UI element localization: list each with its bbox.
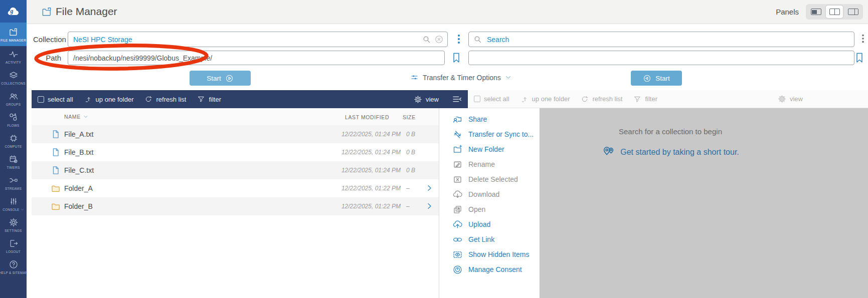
right-panel-toolbar: select all up one folder refresh list fi… (468, 90, 868, 108)
refresh-icon (581, 95, 589, 103)
folder-icon (51, 201, 61, 211)
path-input[interactable] (68, 51, 445, 65)
menu-item-show-hidden-items[interactable]: Show Hidden Items (439, 247, 540, 262)
menu-item-new-folder[interactable]: New Folder (439, 142, 540, 157)
search-collection-input[interactable] (468, 32, 854, 47)
sidebar-item-console[interactable]: CONSOLE (0, 193, 27, 214)
new-folder-icon (452, 144, 463, 155)
eye-icon (452, 249, 463, 260)
gear-icon (778, 95, 786, 103)
gear-icon (9, 217, 19, 227)
sidebar-item-streams[interactable]: STREAMS (0, 172, 27, 193)
chevron-down-icon (505, 74, 511, 81)
right-panel-empty-state: Search for a collection to begin Get sta… (540, 108, 868, 298)
sidebar-item-flows[interactable]: FLOWS (0, 109, 27, 130)
column-size[interactable]: SIZE (403, 114, 416, 120)
left-panel-toolbar: select all up one folder refresh list fi… (32, 90, 468, 108)
dual-panel-button[interactable] (826, 6, 843, 18)
transfer-timer-options[interactable]: Transfer & Timer Options (410, 73, 511, 82)
folder-row[interactable]: Folder_B 12/22/2025, 01:22 PM – (32, 197, 439, 215)
column-name[interactable]: NAME (64, 114, 88, 120)
file-row[interactable]: File_C.txt 12/22/2025, 01:24 PM 0 B (32, 161, 439, 179)
sidebar-item-logout[interactable]: LOGOUT (0, 235, 27, 256)
menu-item-share[interactable]: Share (439, 112, 540, 127)
folder-row[interactable]: Folder_A 12/22/2025, 01:22 PM – (32, 179, 439, 197)
start-transfer-right-button[interactable]: Start (631, 71, 682, 86)
menu-item-rename[interactable]: Rename (439, 157, 540, 172)
checkbox-icon (474, 96, 480, 102)
download-icon (452, 189, 463, 200)
layers-icon (9, 70, 19, 80)
sidebar-item-file-manager[interactable]: FILE MANAGER (0, 23, 27, 46)
collapse-menu-icon[interactable] (452, 94, 462, 104)
globus-logo[interactable] (0, 0, 27, 23)
right-select-all-checkbox[interactable]: select all (474, 95, 509, 103)
up-one-folder-button[interactable]: up one folder (84, 95, 134, 103)
refresh-icon (144, 95, 152, 103)
sliders-icon (9, 196, 19, 206)
globus-cloud-icon (5, 4, 22, 19)
menu-item-get-link[interactable]: Get Link (439, 232, 540, 247)
sidebar-item-settings[interactable]: SETTINGS (0, 214, 27, 235)
single-panel-icon (811, 9, 821, 15)
dual-panel-icon (829, 9, 840, 15)
right-bookmark-icon[interactable] (853, 52, 865, 64)
chevron-right-icon[interactable] (426, 184, 433, 192)
chevron-right-icon[interactable] (426, 202, 433, 210)
panels-button-group (806, 4, 863, 20)
share-icon (452, 114, 463, 125)
collection-options-kebab-icon[interactable] (453, 33, 465, 45)
collection-input[interactable] (68, 32, 448, 47)
refresh-list-button[interactable]: refresh list (144, 95, 186, 103)
transfer-timer-options-label: Transfer & Timer Options (423, 74, 501, 82)
menu-item-transfer-or-sync[interactable]: Transfer or Sync to... (439, 127, 540, 142)
menu-item-delete-selected[interactable]: Delete Selected (439, 172, 540, 187)
right-refresh-list-button[interactable]: refresh list (581, 95, 622, 103)
sidebar-item-collections[interactable]: COLLECTIONS (0, 67, 27, 88)
chevron-down-icon (21, 208, 24, 211)
play-circle-icon (225, 74, 234, 83)
start-transfer-left-button[interactable]: Start (190, 71, 251, 86)
right-up-one-folder-button[interactable]: up one folder (520, 95, 570, 103)
file-row[interactable]: File_B.txt 12/22/2025, 01:24 PM 0 B (32, 143, 439, 161)
bookmark-icon[interactable] (450, 52, 462, 64)
menu-item-upload[interactable]: Upload (439, 217, 540, 232)
menu-item-open[interactable]: Open (439, 202, 540, 217)
sidebar-item-activity[interactable]: ACTIVITY (0, 46, 27, 67)
up-arrow-icon (520, 95, 529, 103)
view-button[interactable]: view (414, 95, 439, 104)
file-row[interactable]: File_A.txt 12/22/2025, 01:24 PM 0 B (32, 125, 439, 143)
right-view-button[interactable]: view (778, 95, 803, 103)
tour-link[interactable]: Get started by taking a short tour. (540, 145, 801, 159)
right-collection-options-kebab-icon[interactable] (857, 33, 868, 44)
filter-button[interactable]: filter (197, 95, 221, 103)
actions-menu: Share Transfer or Sync to... New Folder … (439, 108, 540, 298)
menu-item-manage-consent[interactable]: Manage Consent (439, 262, 540, 277)
file-manager-icon (41, 6, 53, 18)
clear-collection-icon[interactable] (434, 35, 444, 44)
sidebar-item-label: FILE MANAGER (1, 39, 26, 42)
column-last-modified[interactable]: LAST MODIFIED (345, 114, 389, 120)
page-title: File Manager (56, 6, 117, 18)
search-icon[interactable] (422, 35, 431, 44)
right-filter-button[interactable]: filter (633, 95, 657, 103)
sidebar-item-compute[interactable]: COMPUTE (0, 130, 27, 151)
right-path-input[interactable] (468, 51, 854, 65)
split-panel-button[interactable] (844, 6, 861, 18)
help-icon (9, 259, 19, 269)
calendar-icon (9, 154, 19, 164)
sidebar-item-timers[interactable]: TIMERS (0, 151, 27, 172)
pulse-icon (9, 49, 19, 59)
chip-icon (9, 133, 19, 143)
sidebar-item-groups[interactable]: GROUPS (0, 88, 27, 109)
single-panel-button[interactable] (807, 6, 824, 18)
menu-item-download[interactable]: Download (439, 187, 540, 202)
globus-file-manager-app: FILE MANAGER ACTIVITY COLLECTIONS GROUPS… (0, 0, 868, 298)
funnel-icon (633, 95, 641, 103)
people-icon (9, 91, 19, 101)
streams-icon (9, 175, 19, 185)
sidebar-item-help-sitemap[interactable]: HELP & SITEMAP (0, 256, 27, 277)
empty-state-title: Search for a collection to begin (540, 127, 801, 136)
select-all-checkbox[interactable]: select all (38, 96, 73, 103)
file-icon (51, 129, 61, 139)
